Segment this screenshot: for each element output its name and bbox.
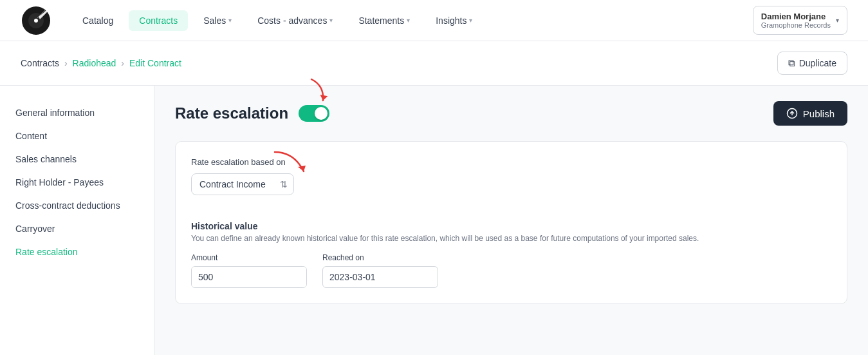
breadcrumb: Contracts › Radiohead › Edit Contract bbox=[21, 58, 181, 68]
section-header: Rate escalation bbox=[175, 101, 847, 126]
rate-escalation-select[interactable]: Contract Income Units Sold Revenue bbox=[191, 173, 294, 195]
breadcrumb-separator: › bbox=[121, 58, 124, 68]
sidebar-item-content[interactable]: Content bbox=[0, 124, 154, 148]
amount-input[interactable] bbox=[192, 267, 307, 287]
historical-value-description: You can define an already known historic… bbox=[191, 234, 831, 243]
sidebar-item-general-information[interactable]: General information bbox=[0, 101, 154, 124]
sidebar-item-sales-channels[interactable]: Sales channels bbox=[0, 148, 154, 171]
amount-input-wrapper: ▲ ▼ bbox=[191, 266, 307, 288]
contract-income-select-wrapper: Contract Income Units Sold Revenue ⇅ bbox=[191, 173, 294, 195]
nav-item-contracts[interactable]: Contracts bbox=[129, 10, 188, 31]
chevron-down-icon: ▾ bbox=[329, 17, 333, 24]
section-title-area: Rate escalation bbox=[175, 104, 329, 122]
chevron-down-icon: ▾ bbox=[469, 17, 472, 24]
breadcrumb-bar: Contracts › Radiohead › Edit Contract ⧉ … bbox=[0, 41, 868, 86]
nav-links: Catalog Contracts Sales ▾ Costs - advanc… bbox=[72, 10, 753, 31]
historical-value-label: Historical value bbox=[191, 221, 831, 231]
chevron-down-icon: ▾ bbox=[407, 17, 410, 24]
breadcrumb-page[interactable]: Edit Contract bbox=[129, 58, 181, 68]
chevron-down-icon: ▾ bbox=[836, 17, 839, 24]
publish-icon bbox=[786, 108, 798, 119]
rate-escalation-card: Rate escalation based on Contract Income… bbox=[175, 141, 847, 304]
sidebar-item-carryover[interactable]: Carryover bbox=[0, 217, 154, 240]
nav-item-costs[interactable]: Costs - advances ▾ bbox=[247, 10, 343, 31]
user-company: Gramophone Records bbox=[761, 21, 831, 29]
breadcrumb-separator: › bbox=[64, 58, 68, 68]
nav-item-statements[interactable]: Statements ▾ bbox=[348, 10, 420, 31]
user-name: Damien Morjane bbox=[761, 12, 831, 21]
nav-item-insights[interactable]: Insights ▾ bbox=[425, 10, 483, 31]
svg-point-2 bbox=[34, 19, 38, 23]
section-title: Rate escalation bbox=[175, 104, 288, 122]
rate-escalation-based-on-label: Rate escalation based on bbox=[191, 157, 831, 167]
rate-escalation-toggle[interactable] bbox=[299, 105, 329, 122]
svg-marker-3 bbox=[319, 95, 328, 101]
reached-on-field: Reached on bbox=[322, 253, 438, 288]
toggle-track bbox=[299, 105, 329, 122]
nav-item-catalog[interactable]: Catalog bbox=[72, 10, 124, 31]
duplicate-button[interactable]: ⧉ Duplicate bbox=[777, 52, 847, 75]
amount-field: Amount ▲ ▼ bbox=[191, 253, 307, 288]
nav-item-sales[interactable]: Sales ▾ bbox=[193, 10, 242, 31]
breadcrumb-root[interactable]: Contracts bbox=[21, 58, 59, 68]
reached-on-input[interactable] bbox=[322, 266, 438, 288]
breadcrumb-artist[interactable]: Radiohead bbox=[73, 58, 116, 68]
main-content: Rate escalation bbox=[154, 86, 868, 355]
sidebar-item-rate-escalation[interactable]: Rate escalation bbox=[0, 240, 154, 264]
sidebar-item-right-holder[interactable]: Right Holder - Payees bbox=[0, 171, 154, 194]
reached-on-label: Reached on bbox=[322, 253, 438, 262]
user-info: Damien Morjane Gramophone Records bbox=[761, 12, 831, 29]
chevron-down-icon: ▾ bbox=[228, 17, 232, 24]
duplicate-icon: ⧉ bbox=[788, 57, 795, 69]
app-logo[interactable] bbox=[21, 5, 51, 36]
historical-value-form: Amount ▲ ▼ Reached on bbox=[191, 253, 831, 288]
sidebar: General information Content Sales channe… bbox=[0, 86, 154, 355]
amount-label: Amount bbox=[191, 253, 307, 262]
user-menu[interactable]: Damien Morjane Gramophone Records ▾ bbox=[753, 6, 847, 35]
page-layout: General information Content Sales channe… bbox=[0, 86, 868, 355]
toggle-thumb bbox=[315, 107, 328, 120]
publish-button[interactable]: Publish bbox=[773, 101, 847, 126]
sidebar-item-cross-contract[interactable]: Cross-contract deductions bbox=[0, 194, 154, 217]
top-navigation: Catalog Contracts Sales ▾ Costs - advanc… bbox=[0, 0, 868, 41]
